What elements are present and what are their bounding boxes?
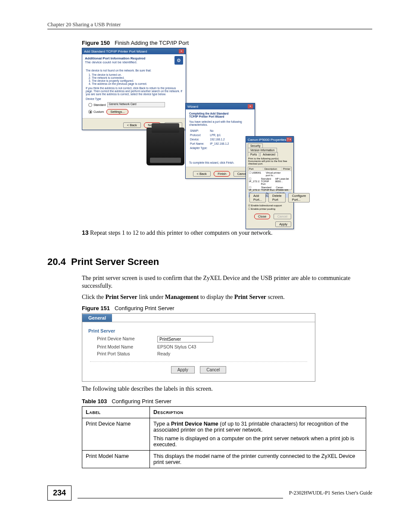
- apply-button[interactable]: Apply: [275, 221, 291, 227]
- step-13: 13 Repeat steps 1 to 12 to add this prin…: [82, 229, 372, 236]
- add-port-button[interactable]: Add Port...: [249, 193, 266, 202]
- th-description: Description: [150, 406, 366, 418]
- printer-properties-dialog: Canon iP5000 Properties ? × Security Ver…: [246, 136, 294, 229]
- tab-version[interactable]: Version Information: [248, 148, 277, 152]
- close-icon[interactable]: ×: [248, 104, 253, 109]
- table-103-caption: Table 103 Configuring Print Server: [82, 398, 372, 404]
- pool-checkbox[interactable]: ☐ Enable printer pooling: [246, 207, 293, 211]
- r1-label: Print Device Name: [82, 418, 150, 450]
- guide-title: P-2302HWUDL-P1 Series User's Guide: [289, 490, 372, 496]
- printer-illustration: [146, 128, 184, 165]
- r2-desc: This displays the model name of the prin…: [150, 450, 366, 468]
- figure-150-caption: Figure 150 Finish Adding the TCP/IP Port: [82, 40, 372, 46]
- figure-150-label: Figure 150: [82, 40, 110, 46]
- print-model-name-value: EPSON Stylus C43: [157, 344, 196, 349]
- close-icon[interactable]: ? ×: [286, 137, 292, 142]
- back-button[interactable]: < Back: [123, 122, 141, 128]
- print-port-status-label: Print Port Status: [97, 351, 157, 356]
- cancel-button[interactable]: Cancel: [274, 214, 291, 219]
- custom-radio[interactable]: Custom Settings...: [88, 109, 182, 115]
- table-103: Label Description Print Device Name Type…: [82, 406, 366, 468]
- figure-151-image: General Print Server Print Device Name P…: [82, 313, 315, 382]
- back-button[interactable]: < Back: [193, 171, 211, 177]
- standard-field: Generic Network Card: [107, 102, 165, 107]
- settings-button[interactable]: Settings...: [106, 109, 128, 115]
- r1-desc: Type a Print Device Name (of up to 31 pr…: [150, 418, 366, 450]
- figure-150-image: Add Standard TCP/IP Printer Port Wizard …: [82, 48, 372, 227]
- page-number: 234: [47, 485, 72, 501]
- section-para-1: The print server screen is used to confi…: [82, 274, 372, 290]
- configure-port-button[interactable]: Configure Port...: [288, 193, 310, 202]
- cancel-button[interactable]: Cancel: [200, 366, 226, 373]
- th-label: Label: [82, 406, 150, 418]
- tab-general[interactable]: General: [82, 314, 112, 322]
- close-button[interactable]: Close: [254, 214, 270, 219]
- tab-security[interactable]: Security: [248, 143, 263, 148]
- figure-151-caption: Figure 151 Configuring Print Server: [82, 305, 372, 311]
- delete-port-button[interactable]: Delete Port: [268, 193, 286, 202]
- table-intro: The following table describes the labels…: [82, 385, 372, 393]
- standard-radio[interactable]: Standard Generic Network Card: [88, 102, 182, 107]
- tab-ports[interactable]: Ports: [248, 152, 259, 156]
- dialog-b-titlebar: Wizard ×: [186, 103, 255, 109]
- port-icon: ⚙: [174, 56, 183, 65]
- close-icon[interactable]: ×: [179, 49, 184, 53]
- finish-button[interactable]: Finish: [214, 171, 230, 177]
- print-port-status-value: Ready: [157, 351, 170, 356]
- bidir-checkbox[interactable]: ☑ Enable bidirectional support: [246, 204, 293, 207]
- print-device-name-label: Print Device Name: [97, 336, 157, 342]
- r2-label: Print Model Name: [82, 450, 150, 468]
- tab-advanced[interactable]: Advanced: [260, 152, 278, 156]
- print-model-name-label: Print Model Name: [97, 344, 157, 349]
- panel-title: Print Server: [82, 327, 315, 335]
- apply-button[interactable]: Apply: [171, 366, 195, 373]
- page-footer: 234 P-2302HWUDL-P1 Series User's Guide: [47, 485, 372, 501]
- dialog-a-titlebar: Add Standard TCP/IP Printer Port Wizard …: [82, 48, 186, 54]
- section-heading: 20.4 Print Server Screen: [47, 256, 372, 268]
- ports-list[interactable]: Port Description Printer ☐ USB001Virtual…: [248, 167, 292, 190]
- section-para-2: Click the Print Server link under Manage…: [82, 293, 372, 301]
- add-port-wizard-dialog: Add Standard TCP/IP Printer Port Wizard …: [82, 48, 186, 130]
- chapter-header: Chapter 20 Sharing a USB Printer: [47, 22, 372, 29]
- dialog-c-titlebar: Canon iP5000 Properties ? ×: [246, 137, 293, 143]
- print-device-name-input[interactable]: [157, 336, 213, 342]
- completing-wizard-dialog: Wizard × Completing the Add Standard TCP…: [185, 103, 255, 179]
